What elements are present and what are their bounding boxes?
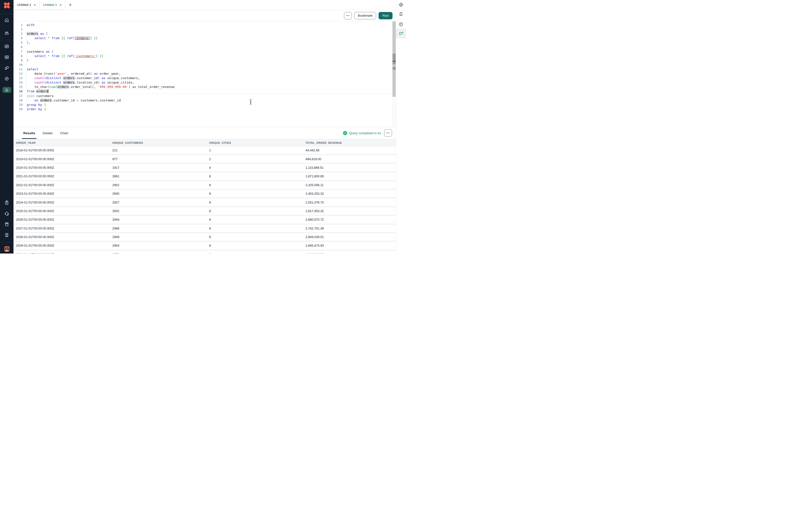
rail-item-bookmarks[interactable] [396,11,406,17]
code-line[interactable]: 8 select * from {{ ref('customers') }} [13,54,396,58]
close-icon[interactable]: × [60,3,61,7]
code-text: count(distinct orders.location_id) as un… [27,80,134,85]
results-more-button[interactable]: ••• [384,129,392,137]
bookmark-button[interactable]: Bookmark [354,12,376,19]
table-row[interactable]: 2021-01-01T00:00:00.000Z266161,871,800.8… [13,172,396,181]
table-cell: 2,742,751.39 [305,227,396,230]
code-text: date_trunc('year', ordered_at) as order_… [27,71,121,76]
table-cell: 1917 [112,166,209,169]
table-row[interactable]: 2019-01-01T00:00:00.000Z9772494,818.00 [13,155,396,164]
right-rail [396,0,406,253]
line-number: 11 [13,67,22,71]
table-row[interactable]: 2028-01-01T00:00:00.000Z294962,808,539.0… [13,233,396,242]
code-line[interactable]: 17join customers [13,94,396,98]
table-cell: 6 [209,244,305,247]
table-cell: 2030-01-01T00:00:00.000Z [16,252,112,253]
rail-item-explore[interactable] [396,2,406,7]
code-line[interactable]: 20order by 1 [13,107,396,111]
code-line[interactable]: 15 to_char(sum(orders.order_total), '999… [13,85,396,89]
sidebar-item-projects[interactable] [0,31,13,36]
left-sidebar [0,0,13,253]
code-line[interactable]: 11select [13,67,396,71]
column-header[interactable]: ORDER_YEAR [16,141,112,144]
query-status: Query completed in 4s ••• [343,129,392,137]
sidebar-item-home[interactable] [0,18,13,23]
table-row[interactable]: 2024-01-01T00:00:00.000Z292762,551,076.7… [13,199,396,207]
table-cell: 1 [209,149,305,152]
column-header[interactable]: TOTAL_ORDER_REVENUE [305,141,396,144]
sidebar-item-support[interactable] [0,211,13,216]
ai-chat-sparkles-icon [398,31,404,36]
code-line[interactable]: 5), [13,41,396,45]
table-cell: 2 [209,157,305,161]
table-row[interactable]: 2027-01-01T00:00:00.000Z294662,742,751.3… [13,225,396,233]
scrollbar-cursor-mark [393,61,396,62]
table-cell: 6 [209,183,305,187]
book-icon [4,222,9,227]
code-line[interactable]: 12 date_trunc('year', ordered_at) as ord… [13,71,396,76]
code-line[interactable]: 13 count(distinct orders.customer_id) as… [13,76,396,80]
laptop-icon [4,88,9,92]
sql-editor[interactable]: 1with23orders as (4 select * from {{ ref… [13,21,396,127]
line-number: 15 [13,85,22,89]
code-line[interactable]: 3orders as ( [13,32,396,36]
column-header[interactable]: UNIQUE_CUSTOMERS [112,141,209,144]
code-line[interactable]: 7customers as ( [13,50,396,54]
code-line[interactable]: 1with [13,23,396,27]
column-header[interactable]: UNIQUE_CITIES [209,141,305,144]
results-tab-results[interactable]: Results [23,127,35,139]
results-tab-details[interactable]: Details [43,127,53,139]
results-tab-chart[interactable]: Chart [60,127,68,139]
line-number: 18 [13,98,22,103]
table-row[interactable]: 2023-01-01T00:00:00.000Z293062,453,253.3… [13,190,396,199]
sidebar-divider [0,40,13,40]
tab-untitled-1[interactable]: Untitled 1 × [13,0,40,10]
code-text: to_char(sum(orders.order_total), '999,99… [27,85,174,89]
table-row[interactable]: 2018-01-01T00:00:00.000Z221144,442.65 [13,147,396,155]
close-icon[interactable]: × [34,3,36,7]
code-line[interactable]: 6 [13,45,396,49]
table-row[interactable]: 2030-01-01T00:00:00.000Z287961,841,049.3… [13,250,396,253]
new-tab-button[interactable]: + [65,0,75,10]
rail-divider [396,10,406,10]
line-number: 20 [13,107,22,111]
code-text: select [27,67,38,71]
code-text: ) [27,58,29,63]
run-button[interactable]: Run [378,12,393,19]
table-cell: 2949 [112,235,209,239]
table-cell: 2021-01-01T00:00:00.000Z [16,174,112,178]
sidebar-item-notebook-active[interactable] [0,87,13,93]
table-row[interactable]: 2029-01-01T00:00:00.000Z295462,845,473.9… [13,242,396,250]
sidebar-item-explore[interactable] [0,76,13,81]
headset-icon [4,211,9,216]
tab-untitled-2[interactable]: Untitled 1 × [39,0,65,10]
hex-logo[interactable] [0,1,13,9]
sidebar-item-changelog[interactable] [0,200,13,205]
editor-scrollbar[interactable] [392,21,396,126]
code-line[interactable]: 2 [13,27,396,32]
home-icon [4,18,9,23]
table-cell: 1,871,800.85 [305,174,396,178]
code-line[interactable]: 18 on orders.customer_id = customers.cus… [13,98,396,103]
rail-item-ai-chat[interactable] [396,31,406,36]
more-options-button[interactable]: ••• [344,12,352,19]
sidebar-item-components[interactable] [0,65,13,70]
code-line[interactable]: 4 select * from {{ ref('orders') }} [13,36,396,41]
table-row[interactable]: 2020-01-01T00:00:00.000Z191741,115,869.5… [13,164,396,172]
code-line[interactable]: 19group by 1 [13,103,396,107]
table-row[interactable]: 2026-01-01T00:00:00.000Z294462,690,570.7… [13,216,396,224]
sidebar-item-organization[interactable] [0,232,13,238]
sidebar-item-code[interactable] [0,55,13,60]
code-line[interactable]: 9) [13,58,396,63]
code-line[interactable]: 14 count(distinct orders.location_id) as… [13,80,396,85]
code-lines: 1with23orders as (4 select * from {{ ref… [13,21,396,111]
code-line[interactable]: 10 [13,63,396,67]
sidebar-item-docs[interactable] [0,222,13,227]
user-avatar[interactable] [0,246,13,251]
sidebar-item-apps[interactable] [0,44,13,49]
table-cell: 221 [112,149,209,152]
table-row[interactable]: 2025-01-01T00:00:00.000Z293262,617,453.3… [13,207,396,216]
code-line[interactable]: 16from orders [13,89,396,94]
table-row[interactable]: 2022-01-01T00:00:00.000Z290262,325,556.1… [13,181,396,190]
rail-item-history[interactable] [396,22,406,27]
